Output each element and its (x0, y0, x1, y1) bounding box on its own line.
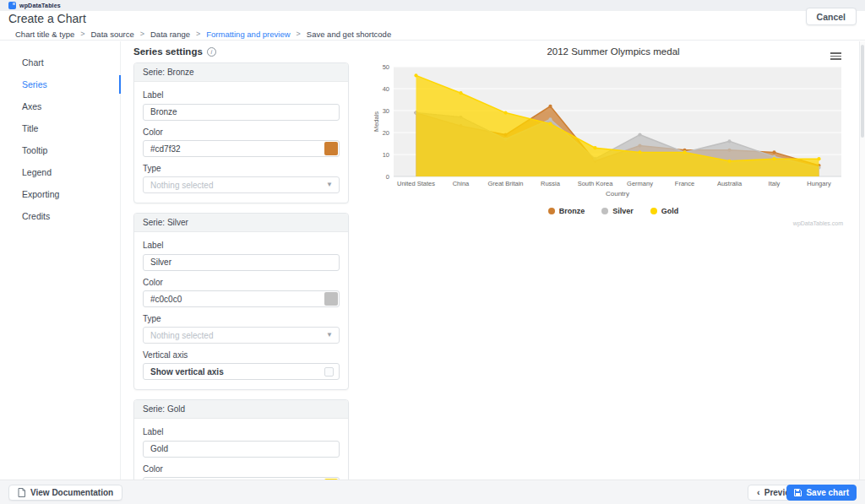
sidebar-item-credits[interactable]: Credits (0, 205, 120, 227)
save-icon (794, 489, 802, 496)
serie-card-bronze: Serie: Bronze Label Color Type Nothing s… (133, 62, 349, 203)
show-vertical-axis-checkbox[interactable] (324, 367, 334, 377)
svg-text:10: 10 (383, 151, 389, 159)
settings-sidebar: Chart Series Axes Title Tooltip Legend E… (0, 41, 121, 480)
svg-text:France: France (675, 180, 694, 187)
label-field-label: Label (143, 90, 340, 100)
label-field-label: Label (143, 241, 340, 250)
series-settings-title: Series settings (133, 46, 203, 57)
vertical-axis-label: Vertical axis (143, 350, 340, 360)
svg-text:Country: Country (606, 190, 629, 198)
svg-text:China: China (453, 180, 470, 187)
chevron-left-icon: ‹ (757, 488, 760, 497)
create-chart-page: wpDataTables Create a Chart Cancel Chart… (0, 0, 865, 504)
legend-item-bronze[interactable]: Bronze (548, 207, 585, 215)
view-documentation-button[interactable]: View Documentation (8, 485, 122, 501)
sidebar-item-title[interactable]: Title (0, 117, 120, 139)
chart-title: 2012 Summer Olympics medal (372, 46, 855, 57)
breadcrumb: Chart title & type > Data source > Data … (0, 28, 865, 41)
color-swatch[interactable] (324, 142, 338, 155)
select-placeholder: Nothing selected (150, 181, 214, 190)
save-chart-label: Save chart (806, 488, 849, 497)
breadcrumb-step-formatting-preview[interactable]: Formatting and preview (206, 30, 290, 39)
page-title: Create a Chart (8, 12, 86, 25)
wpdatatables-logo-text: wpDataTables (19, 3, 61, 8)
svg-text:Medals: Medals (373, 111, 380, 132)
breadcrumb-step-save-shortcode[interactable]: Save and get shortcode (307, 30, 391, 39)
view-documentation-label: View Documentation (30, 488, 113, 497)
breadcrumb-step-chart-title-type[interactable]: Chart title & type (15, 30, 74, 39)
label-field-label: Label (143, 427, 340, 436)
svg-text:30: 30 (383, 107, 389, 115)
svg-text:50: 50 (383, 63, 389, 71)
color-field-label: Color (143, 464, 340, 474)
serie-color-input[interactable] (143, 140, 340, 157)
sidebar-item-axes[interactable]: Axes (0, 95, 120, 117)
breadcrumb-separator: > (296, 30, 301, 38)
svg-text:South Korea: South Korea (578, 180, 614, 187)
color-field-label: Color (143, 127, 340, 137)
title-row: Create a Chart Cancel (0, 11, 865, 28)
svg-text:Russia: Russia (541, 180, 561, 187)
sidebar-item-chart[interactable]: Chart (0, 51, 120, 73)
show-vertical-axis-text: Show vertical axis (150, 367, 224, 377)
sidebar-item-legend[interactable]: Legend (0, 161, 120, 183)
svg-text:40: 40 (383, 85, 389, 93)
serie-type-select[interactable]: Nothing selected ▼ (143, 327, 340, 344)
legend-dot (601, 208, 608, 214)
svg-text:Hungary: Hungary (807, 180, 831, 187)
serie-card-header: Serie: Silver (134, 214, 348, 232)
chevron-down-icon: ▼ (326, 181, 333, 188)
breadcrumb-separator: > (196, 30, 200, 38)
type-field-label: Type (143, 314, 340, 323)
svg-text:0: 0 (386, 173, 389, 181)
type-field-label: Type (143, 164, 340, 173)
wpdatatables-logo-icon (8, 2, 16, 9)
legend-dot (548, 208, 555, 214)
svg-text:Germany: Germany (627, 180, 653, 187)
svg-text:Italy: Italy (769, 180, 781, 187)
info-icon[interactable]: i (207, 47, 216, 57)
svg-text:Australia: Australia (717, 180, 743, 187)
color-swatch[interactable] (324, 292, 338, 306)
footer-bar: View Documentation ‹ Previous Save chart (0, 480, 865, 504)
legend-label: Silver (612, 207, 634, 215)
hamburger-menu-icon[interactable] (830, 51, 841, 62)
document-icon (18, 488, 25, 497)
sidebar-item-series[interactable]: Series (0, 73, 120, 95)
top-strip: wpDataTables (0, 0, 865, 11)
serie-card-header: Serie: Bronze (134, 63, 348, 82)
chevron-down-icon: ▼ (326, 331, 333, 339)
serie-label-input[interactable] (143, 104, 340, 121)
sidebar-item-exporting[interactable]: Exporting (0, 183, 120, 205)
scrollbar[interactable] (859, 41, 865, 480)
series-settings-panel: Series settings i Serie: Bronze Label Co… (133, 46, 349, 504)
chart-legend: BronzeSilverGold (372, 207, 855, 215)
serie-type-select[interactable]: Nothing selected ▼ (143, 176, 340, 193)
serie-card-silver: Serie: Silver Label Color Type Nothing s… (133, 213, 349, 390)
sidebar-item-tooltip[interactable]: Tooltip (0, 139, 120, 161)
color-field-label: Color (143, 278, 340, 287)
chart-watermark: wpDataTables.com (372, 220, 855, 226)
legend-label: Gold (661, 207, 679, 215)
legend-label: Bronze (559, 207, 585, 215)
serie-card-header: Serie: Gold (134, 400, 348, 419)
serie-color-input[interactable] (143, 290, 340, 307)
legend-dot (650, 208, 657, 214)
breadcrumb-separator: > (140, 30, 144, 38)
legend-item-gold[interactable]: Gold (650, 207, 679, 215)
save-chart-button[interactable]: Save chart (786, 485, 857, 501)
svg-text:20: 20 (383, 129, 389, 137)
serie-label-input[interactable] (143, 441, 340, 458)
breadcrumb-separator: > (80, 30, 84, 38)
breadcrumb-step-data-range[interactable]: Data range (150, 30, 190, 39)
breadcrumb-step-data-source[interactable]: Data source (91, 30, 134, 39)
scrollbar-thumb[interactable] (861, 45, 864, 138)
legend-item-silver[interactable]: Silver (601, 207, 634, 215)
svg-text:Great Britain: Great Britain (487, 180, 523, 187)
svg-text:United States: United States (397, 180, 435, 187)
cancel-button[interactable]: Cancel (806, 8, 857, 25)
show-vertical-axis-row: Show vertical axis (143, 363, 340, 380)
select-placeholder: Nothing selected (150, 331, 214, 340)
serie-label-input[interactable] (143, 254, 340, 271)
